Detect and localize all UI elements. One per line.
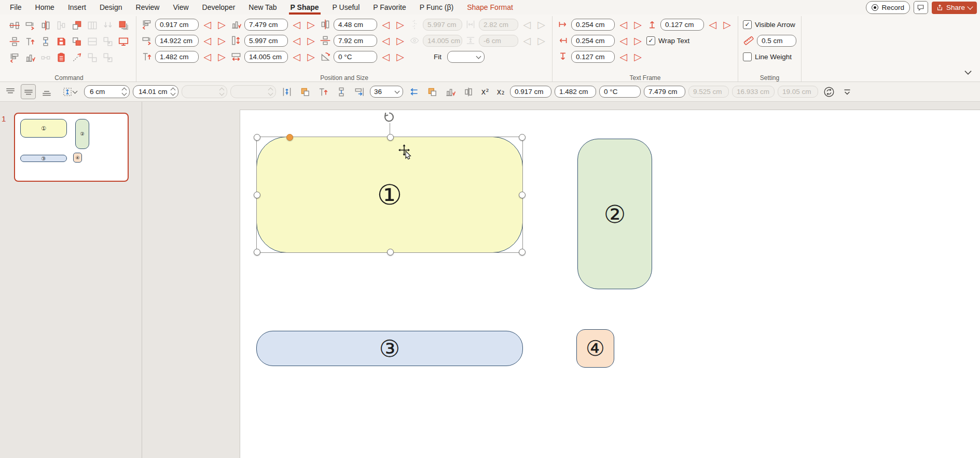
font-size-dropdown[interactable]: 36 xyxy=(370,86,403,98)
decrease-center-y-button[interactable]: ◁ xyxy=(380,35,392,46)
move-left-button[interactable] xyxy=(406,84,421,99)
swap-order-icon[interactable] xyxy=(71,36,82,47)
clipboard-icon[interactable] xyxy=(56,52,67,63)
increase-rotation-button[interactable]: ▷ xyxy=(394,51,406,62)
tab-p-func[interactable]: P Func (β) xyxy=(413,0,460,15)
fit-dropdown[interactable] xyxy=(447,51,485,63)
rotation-handle-icon[interactable] xyxy=(383,111,395,124)
margin-right-field[interactable]: 0.254 cm xyxy=(571,19,615,31)
decrease-top-button[interactable]: ◁ xyxy=(201,51,213,62)
tab-design[interactable]: Design xyxy=(93,0,129,15)
rounded-rectangle-shape-3[interactable]: ③ xyxy=(256,331,523,366)
spinner-arrows-icon[interactable] xyxy=(171,88,175,95)
rotation-field[interactable]: 0 °C xyxy=(334,51,377,63)
rounded-rectangle-shape-1[interactable]: ① xyxy=(256,137,523,253)
rotation-field[interactable]: 0 °C xyxy=(599,86,641,98)
tab-p-useful[interactable]: P Useful xyxy=(326,0,367,15)
distribute-vertical-icon[interactable] xyxy=(40,36,51,47)
layer-stack-icon[interactable] xyxy=(118,20,129,31)
decrease-margin-left-button[interactable]: ◁ xyxy=(617,35,629,46)
diagonal-arrow-icon[interactable] xyxy=(71,52,82,63)
text-top-align-icon[interactable] xyxy=(24,36,36,47)
tab-p-favorite[interactable]: P Favorite xyxy=(366,0,413,15)
height-field[interactable]: 5.997 cm xyxy=(244,35,288,47)
tab-insert[interactable]: Insert xyxy=(61,0,93,15)
wrap-text-checkbox[interactable]: ✓ Wrap Text xyxy=(646,36,689,45)
bottom-position-field[interactable]: 14.922 cm xyxy=(155,35,199,47)
visible-arrow-checkbox[interactable]: ✓ Visible Arrow xyxy=(743,20,795,29)
increase-width-button[interactable]: ▷ xyxy=(305,19,317,30)
x-field[interactable]: 0.917 cm xyxy=(510,86,551,98)
increase-bottom-button[interactable]: ▷ xyxy=(216,35,228,46)
refresh-button[interactable] xyxy=(821,84,836,99)
line-spacing-dropdown[interactable] xyxy=(57,84,81,99)
margin-left-field[interactable]: 0.254 cm xyxy=(571,35,615,47)
chart-down-button[interactable] xyxy=(443,84,458,99)
align-right-button[interactable] xyxy=(352,84,367,99)
decrease-margin-button[interactable]: ◁ xyxy=(617,19,629,30)
increase-total-width-button[interactable]: ▷ xyxy=(305,51,317,62)
align-left-edge-icon[interactable] xyxy=(9,52,20,63)
margin-top-field[interactable]: 0.127 cm xyxy=(660,19,704,31)
tab-review[interactable]: Review xyxy=(129,0,167,15)
decrease-height-button[interactable]: ◁ xyxy=(291,35,302,46)
object-align-center-icon[interactable] xyxy=(40,20,51,31)
left-position-field[interactable]: 0.917 cm xyxy=(155,19,199,31)
size-spinner-2[interactable]: 14.01 cm xyxy=(133,85,178,98)
center-horizontal-button[interactable] xyxy=(461,84,476,99)
decrease-bottom-button[interactable]: ◁ xyxy=(201,35,213,46)
small-squares-icon[interactable] xyxy=(87,52,98,63)
filter-collapse-button[interactable] xyxy=(839,84,854,99)
record-button[interactable]: Record xyxy=(866,1,910,14)
columns-layout-icon[interactable] xyxy=(87,20,98,31)
rows-layout-icon[interactable] xyxy=(87,36,98,47)
decrease-total-width-button[interactable]: ◁ xyxy=(291,51,302,62)
object-align-right-icon[interactable] xyxy=(24,20,36,31)
chart-align-icon[interactable] xyxy=(24,52,36,63)
distribute-horizontal-icon[interactable] xyxy=(40,52,51,63)
move-down-arrows-icon[interactable] xyxy=(102,20,114,31)
expand-vertical-button[interactable] xyxy=(279,84,294,99)
share-button[interactable]: Share xyxy=(932,2,977,14)
margin-bottom-field[interactable]: 0.127 cm xyxy=(571,51,615,63)
width-field[interactable]: 7.479 cm xyxy=(644,86,685,98)
decrease-rotation-button[interactable]: ◁ xyxy=(380,51,392,62)
decrease-center-x-button[interactable]: ◁ xyxy=(380,19,392,30)
reorder-shapes-button[interactable] xyxy=(424,84,439,99)
increase-center-x-button[interactable]: ▷ xyxy=(394,19,406,30)
center-y-field[interactable]: 7.92 cm xyxy=(334,35,377,47)
distribute-vertical-button[interactable] xyxy=(334,84,349,99)
decrease-left-button[interactable]: ◁ xyxy=(201,19,213,30)
increase-margin-left-button[interactable]: ▷ xyxy=(632,35,644,46)
tab-developer[interactable]: Developer xyxy=(196,0,242,15)
gap-size-field[interactable]: 0.5 cm xyxy=(757,35,796,47)
increase-height-button[interactable]: ▷ xyxy=(305,35,317,46)
subscript-button[interactable]: x₂ xyxy=(494,87,507,97)
tab-shape-format[interactable]: Shape Format xyxy=(460,0,520,15)
size-spinner-1[interactable]: 6 cm xyxy=(84,85,130,98)
align-text-top-button[interactable] xyxy=(3,84,18,99)
increase-top-button[interactable]: ▷ xyxy=(216,51,228,62)
increase-margin-top-button[interactable]: ▷ xyxy=(721,19,733,30)
top-position-field[interactable]: 1.482 cm xyxy=(155,51,199,63)
rounded-rectangle-shape-4[interactable]: ④ xyxy=(576,329,614,368)
tab-home[interactable]: Home xyxy=(29,0,61,15)
tab-file[interactable]: File xyxy=(3,0,29,15)
increase-margin-bottom-button[interactable]: ▷ xyxy=(632,51,644,62)
swap-diagonal-icon[interactable] xyxy=(102,36,114,47)
increase-center-y-button[interactable]: ▷ xyxy=(394,35,406,46)
align-text-bottom-button[interactable] xyxy=(39,84,54,99)
tab-view[interactable]: View xyxy=(166,0,195,15)
line-weight-checkbox[interactable]: Line Weight xyxy=(743,52,792,61)
swap-shapes-button[interactable] xyxy=(297,84,312,99)
text-to-top-button[interactable] xyxy=(315,84,330,99)
decrease-margin-top-button[interactable]: ◁ xyxy=(707,19,719,30)
align-middle-icon[interactable] xyxy=(9,36,20,47)
width-field[interactable]: 7.479 cm xyxy=(244,19,288,31)
decrease-width-button[interactable]: ◁ xyxy=(291,19,302,30)
distribute-objects-icon[interactable] xyxy=(56,20,67,31)
presentation-monitor-icon[interactable] xyxy=(118,36,129,47)
object-align-left-icon[interactable] xyxy=(9,20,20,31)
increase-margin-button[interactable]: ▷ xyxy=(632,19,644,30)
tab-p-shape-active[interactable]: P Shape xyxy=(284,0,326,15)
